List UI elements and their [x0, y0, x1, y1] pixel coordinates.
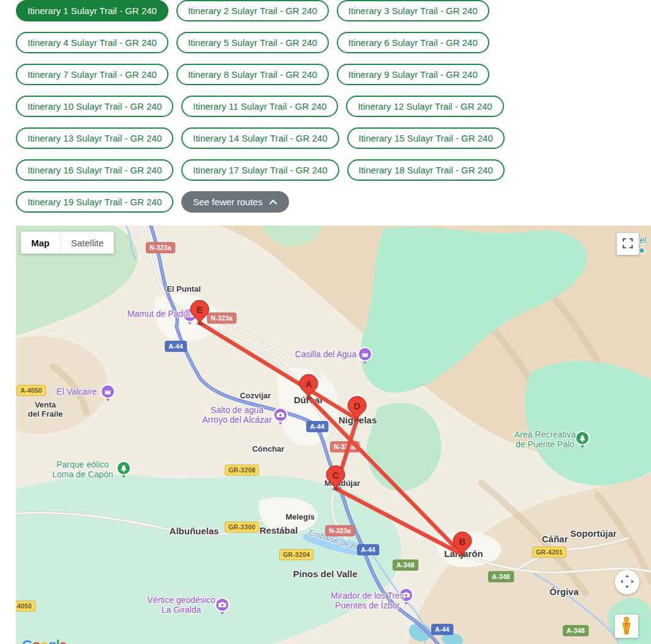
- svg-text:A: A: [306, 379, 312, 389]
- svg-text:B: B: [459, 536, 466, 547]
- map-route-layer: EADCB: [16, 225, 651, 644]
- itinerary-chip-7[interactable]: Itinerary 7 Sulayr Trail - GR 240: [16, 64, 168, 85]
- itinerary-chip-15[interactable]: Itinerary 15 Sulayr Trail - GR 240: [347, 127, 505, 149]
- pegman-icon: [620, 616, 633, 637]
- map-type-map-button[interactable]: Map: [21, 232, 60, 254]
- route-marker-E[interactable]: E: [190, 300, 209, 325]
- itinerary-chip-17[interactable]: Itinerary 17 Sulayr Trail - GR 240: [181, 159, 339, 181]
- svg-text:E: E: [197, 305, 203, 315]
- itinerary-chip-4[interactable]: Itinerary 4 Sulayr Trail - GR 240: [16, 32, 168, 53]
- pegman-button[interactable]: [615, 615, 638, 638]
- itinerary-chip-6[interactable]: Itinerary 6 Sulayr Trail - GR 240: [337, 32, 489, 53]
- pan-arrows-icon: [619, 573, 636, 592]
- itinerary-chip-9[interactable]: Itinerary 9 Sulayr Trail - GR 240: [337, 64, 489, 85]
- svg-text:C: C: [333, 470, 339, 480]
- svg-text:D: D: [354, 401, 361, 411]
- itinerary-chip-19[interactable]: Itinerary 19 Sulayr Trail - GR 240: [16, 191, 173, 213]
- google-logo-letter: G: [22, 637, 32, 644]
- itinerary-chip-1[interactable]: Itinerary 1 Sulayr Trail - GR 240: [16, 0, 168, 21]
- itinerary-chip-11[interactable]: Itinerary 11 Sulayr Trail - GR 240: [181, 96, 338, 117]
- see-fewer-routes-button[interactable]: See fewer routes: [181, 191, 288, 213]
- itinerary-chip-14[interactable]: Itinerary 14 Sulayr Trail - GR 240: [181, 127, 339, 149]
- google-logo-letter: e: [59, 637, 67, 644]
- google-logo[interactable]: Google: [22, 637, 67, 644]
- itinerary-chip-list: Itinerary 1 Sulayr Trail - GR 240Itinera…: [16, 0, 561, 213]
- itinerary-chip-12[interactable]: Itinerary 12 Sulayr Trail - GR 240: [346, 96, 503, 117]
- route-marker-D[interactable]: D: [348, 396, 366, 422]
- pan-control[interactable]: [615, 570, 639, 594]
- google-map[interactable]: El PuntalMamut de PadulCasilla del AguaC…: [16, 225, 651, 644]
- route-marker-C[interactable]: C: [326, 466, 345, 491]
- itinerary-chip-10[interactable]: Itinerary 10 Sulayr Trail - GR 240: [16, 96, 173, 117]
- itinerary-chip-2[interactable]: Itinerary 2 Sulayr Trail - GR 240: [176, 0, 329, 21]
- fullscreen-button[interactable]: [617, 233, 639, 255]
- chevron-up-icon: [269, 199, 277, 205]
- fullscreen-icon: [622, 237, 634, 251]
- itinerary-chip-8[interactable]: Itinerary 8 Sulayr Trail - GR 240: [176, 64, 329, 85]
- itinerary-chip-3[interactable]: Itinerary 3 Sulayr Trail - GR 240: [337, 0, 489, 21]
- map-type-control: Map Satellite: [21, 232, 114, 254]
- itinerary-chip-18[interactable]: Itinerary 18 Sulayr Trail - GR 240: [347, 159, 505, 181]
- itinerary-chip-5[interactable]: Itinerary 5 Sulayr Trail - GR 240: [176, 32, 329, 53]
- map-type-satellite-button[interactable]: Satellite: [61, 232, 114, 254]
- itinerary-chip-16[interactable]: Itinerary 16 Sulayr Trail - GR 240: [16, 159, 173, 181]
- see-fewer-label: See fewer routes: [193, 197, 262, 207]
- google-logo-letter: o: [32, 637, 40, 644]
- route-polyline: [200, 323, 462, 555]
- google-logo-letter: g: [48, 637, 56, 644]
- google-logo-letter: o: [40, 637, 48, 644]
- itinerary-chip-13[interactable]: Itinerary 13 Sulayr Trail - GR 240: [16, 127, 173, 149]
